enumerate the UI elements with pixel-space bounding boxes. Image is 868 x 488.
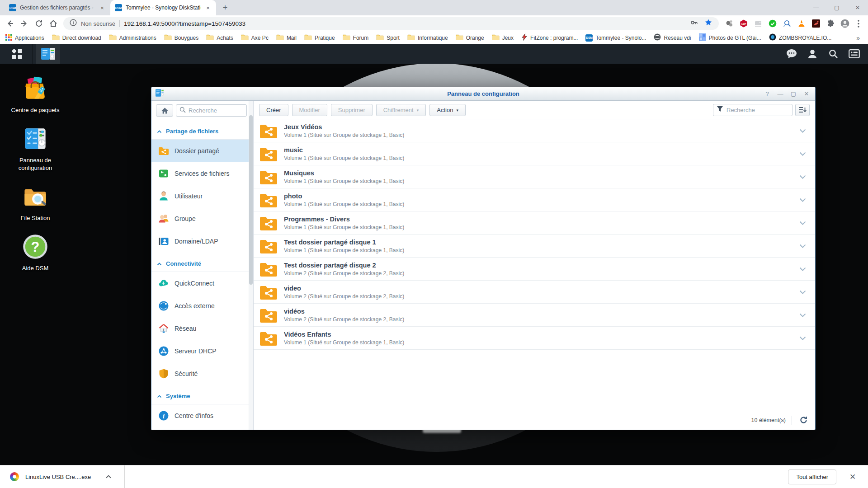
dsm-search-icon[interactable] xyxy=(823,44,844,64)
browser-close-icon[interactable]: ✕ xyxy=(847,0,868,15)
sidebar-section-header[interactable]: Système xyxy=(151,385,253,404)
bookmark-item[interactable]: Sport xyxy=(376,34,400,42)
bookmark-star-icon[interactable] xyxy=(704,19,712,28)
show-all-downloads-button[interactable]: Tout afficher xyxy=(788,469,836,484)
user-options-icon[interactable] xyxy=(802,44,823,64)
sidebar-section-header[interactable]: Partage de fichiers xyxy=(151,120,253,140)
bookmark-item[interactable]: Administrations xyxy=(109,34,156,42)
sidebar-item[interactable]: Sécurité xyxy=(151,362,253,385)
address-bar[interactable]: Non sécurisé 192.168.1.49:5000/?timestam… xyxy=(63,17,719,30)
desktop-icon[interactable]: Centre de paquets xyxy=(9,75,61,114)
expand-chevron-icon[interactable] xyxy=(799,127,806,135)
window-close-icon[interactable]: ✕ xyxy=(802,89,811,99)
sidebar-item[interactable]: Thème xyxy=(151,427,253,430)
shared-folder-row[interactable]: Programmes - Divers Volume 1 (Situé sur … xyxy=(254,211,815,235)
extension-icon[interactable]: ABP xyxy=(738,18,750,29)
browser-minimize-icon[interactable]: — xyxy=(806,0,826,15)
expand-chevron-icon[interactable] xyxy=(799,311,806,319)
sidebar-item[interactable]: Serveur DHCP xyxy=(151,340,253,362)
reload-icon[interactable] xyxy=(32,16,46,31)
extension-icon[interactable] xyxy=(810,18,822,29)
bookmark-item[interactable]: Mail xyxy=(276,34,297,42)
sidebar-item[interactable]: Groupe xyxy=(151,207,253,230)
bookmark-item[interactable]: Orange xyxy=(456,34,484,42)
window-help-icon[interactable]: ? xyxy=(763,89,772,99)
widgets-icon[interactable] xyxy=(844,44,864,64)
bookmark-item[interactable]: Photos de GTL (Gai... xyxy=(699,33,761,42)
sidebar-scrollbar[interactable] xyxy=(249,101,253,430)
bookmark-item[interactable]: Axe Pc xyxy=(241,34,269,42)
toolbar-button[interactable]: Action ▾ xyxy=(429,104,466,116)
site-info-icon[interactable] xyxy=(70,19,77,28)
bookmark-item[interactable]: ZOMBSROYALE.IO... xyxy=(769,33,831,42)
window-minimize-icon[interactable]: — xyxy=(776,89,785,99)
shared-folder-row[interactable]: Test dossier partagé disque 1 Volume 1 (… xyxy=(254,235,815,258)
profile-avatar-icon[interactable] xyxy=(838,17,852,30)
bookmark-item[interactable]: Reseau vdi xyxy=(654,33,691,42)
bookmark-item[interactable]: Pratique xyxy=(304,34,335,42)
expand-chevron-icon[interactable] xyxy=(799,150,806,158)
refresh-icon[interactable] xyxy=(798,415,809,426)
sidebar-scrollbar-thumb[interactable] xyxy=(249,115,253,285)
shared-folder-row[interactable]: Musiques Volume 1 (Situé sur Groupe de s… xyxy=(254,165,815,188)
extension-icon[interactable] xyxy=(767,18,778,29)
shared-folder-row[interactable]: Vidéos Enfants Volume 1 (Situé sur Group… xyxy=(254,327,815,350)
bookmark-item[interactable]: DSM Tommylee - Synolo... xyxy=(585,34,646,42)
bookmark-item[interactable]: Achats xyxy=(206,34,233,42)
sidebar-section-header[interactable]: Connectivité xyxy=(151,253,253,272)
bookmark-item[interactable]: Forum xyxy=(343,34,369,42)
back-icon[interactable] xyxy=(3,16,17,31)
download-options-chevron-icon[interactable] xyxy=(103,471,114,483)
desktop-icon[interactable]: File Station xyxy=(9,183,61,222)
sidebar-item[interactable]: Dossier partagé xyxy=(151,140,253,162)
shared-folder-row[interactable]: Jeux Vidéos Volume 1 (Situé sur Groupe d… xyxy=(254,119,815,142)
shared-folder-row[interactable]: music Volume 1 (Situé sur Groupe de stoc… xyxy=(254,142,815,165)
bookmark-item[interactable]: Informatique xyxy=(407,34,448,42)
bookmark-item[interactable]: Applications xyxy=(5,34,44,42)
browser-maximize-icon[interactable]: ▢ xyxy=(826,0,847,15)
sidebar-item[interactable]: QuickConnect xyxy=(151,272,253,295)
expand-chevron-icon[interactable] xyxy=(799,173,806,181)
expand-chevron-icon[interactable] xyxy=(799,196,806,204)
filter-search[interactable] xyxy=(713,104,793,116)
shared-folder-row[interactable]: Test dossier partagé disque 2 Volume 2 (… xyxy=(254,258,815,281)
browser-menu-icon[interactable] xyxy=(852,17,865,30)
extension-icon[interactable] xyxy=(796,18,807,29)
expand-chevron-icon[interactable] xyxy=(799,334,806,342)
notifications-chat-icon[interactable] xyxy=(781,44,802,64)
bookmark-item[interactable]: Bouygues xyxy=(164,34,198,42)
shelf-close-icon[interactable]: ✕ xyxy=(847,472,858,482)
sidebar-search[interactable] xyxy=(176,104,247,117)
sidebar-search-input[interactable] xyxy=(189,107,243,114)
desktop-icon[interactable]: Panneau de configuration xyxy=(9,126,61,172)
browser-tab[interactable]: DSM Tommylee - Synology DiskStation × xyxy=(110,0,216,15)
expand-chevron-icon[interactable] xyxy=(799,219,806,227)
bookmark-item[interactable]: FitZone : program... xyxy=(521,33,578,42)
expand-chevron-icon[interactable] xyxy=(799,265,806,273)
shared-folder-row[interactable]: vidéos Volume 2 (Situé sur Groupe de sto… xyxy=(254,304,815,327)
bookmark-item[interactable]: Jeux xyxy=(492,34,514,42)
sidebar-item[interactable]: Accès externe xyxy=(151,295,253,317)
bookmark-item[interactable]: Direct download xyxy=(52,34,101,42)
sidebar-item[interactable]: i Centre d'infos xyxy=(151,404,253,427)
toolbar-button[interactable]: Supprimer ▾ xyxy=(331,104,373,116)
extension-icon[interactable] xyxy=(825,18,836,29)
window-maximize-icon[interactable]: ▢ xyxy=(789,89,798,99)
extension-icon[interactable] xyxy=(752,18,764,29)
sidebar-item[interactable]: Services de fichiers xyxy=(151,162,253,185)
tab-close-icon[interactable]: × xyxy=(99,5,106,11)
main-menu-icon[interactable] xyxy=(4,44,30,64)
toolbar-button[interactable]: Chiffrement ▾ xyxy=(376,104,426,116)
sidebar-item[interactable]: Réseau xyxy=(151,317,253,340)
forward-icon[interactable] xyxy=(17,16,32,31)
window-titlebar[interactable]: Panneau de configuration ? — ▢ ✕ xyxy=(151,87,815,101)
download-filename[interactable]: LinuxLive USB Cre....exe xyxy=(25,474,91,480)
tab-close-icon[interactable]: × xyxy=(204,5,212,11)
taskbar-control-panel-icon[interactable] xyxy=(36,44,60,64)
sidebar-item[interactable]: Domaine/LDAP xyxy=(151,230,253,253)
home-icon[interactable] xyxy=(46,16,61,31)
shared-folder-row[interactable]: photo Volume 1 (Situé sur Groupe de stoc… xyxy=(254,188,815,211)
browser-tab[interactable]: DSM Gestion des fichiers paragtés - In × xyxy=(5,0,110,15)
expand-chevron-icon[interactable] xyxy=(799,288,806,296)
sort-list-button[interactable] xyxy=(795,104,810,116)
